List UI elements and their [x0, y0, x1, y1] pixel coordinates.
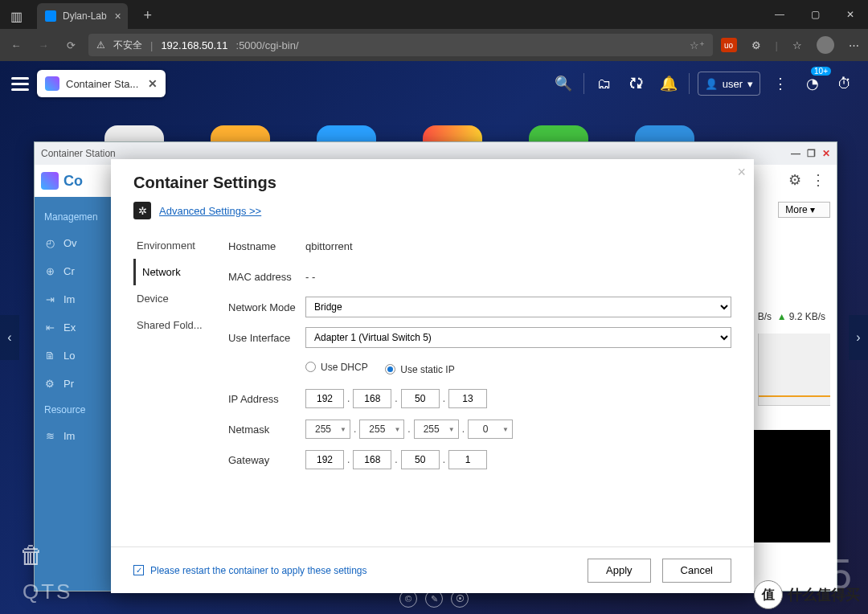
- ip-octet-2[interactable]: [353, 389, 391, 408]
- cs-minimize-button[interactable]: —: [791, 148, 800, 159]
- export-icon: ⇤: [43, 321, 57, 334]
- mask-octet-2[interactable]: 255: [359, 420, 404, 439]
- gateway-group: . . .: [305, 450, 731, 469]
- cs-close-button[interactable]: ✕: [822, 148, 830, 159]
- label-gateway: Gateway: [228, 454, 305, 466]
- taskbar-close-icon[interactable]: ✕: [148, 77, 158, 90]
- tab-shared-folders[interactable]: Shared Fold...: [133, 312, 217, 338]
- watermark-icon: 值: [754, 580, 783, 609]
- new-tab-button[interactable]: +: [137, 5, 158, 26]
- badge-count: 10+: [811, 67, 831, 76]
- browser-tab[interactable]: Dylan-Lab ×: [37, 3, 128, 29]
- import-icon: ⇥: [43, 293, 57, 305]
- select-interface[interactable]: Adapter 1 (Virtual Switch 5): [305, 327, 731, 348]
- browser-toolbar: ← → ⟳ ⚠ 不安全 | 192.168.50.11:5000/cgi-bin…: [0, 29, 868, 61]
- security-label: 不安全: [113, 39, 142, 52]
- url-host: 192.168.50.11: [161, 39, 227, 51]
- label-interface: Use Interface: [228, 332, 305, 344]
- more-menu-icon[interactable]: ⋮: [768, 72, 792, 96]
- tab-close-icon[interactable]: ×: [115, 10, 121, 23]
- select-network-mode[interactable]: Bridge: [305, 297, 731, 317]
- tab-device[interactable]: Device: [133, 285, 217, 312]
- apply-button[interactable]: Apply: [588, 559, 651, 583]
- watermark: 值 什么值得买: [754, 580, 860, 609]
- taskbar-label: Container Sta...: [66, 78, 138, 90]
- ip-address-group: . . .: [305, 389, 731, 408]
- tab-environment[interactable]: Environment: [133, 232, 217, 259]
- reader-icon[interactable]: ☆⁺: [690, 39, 705, 51]
- desktop-bottom-controls: © ✎ ⦿: [399, 590, 469, 608]
- address-bar[interactable]: ⚠ 不安全 | 192.168.50.11:5000/cgi-bin/ ☆⁺: [88, 34, 713, 56]
- gw-octet-3[interactable]: [401, 450, 440, 469]
- advanced-settings-link[interactable]: Advanced Settings >>: [159, 205, 261, 217]
- ip-octet-1[interactable]: [305, 389, 344, 408]
- dashboard-icon[interactable]: ◔10+: [800, 72, 825, 96]
- window-close-button[interactable]: ✕: [833, 0, 868, 29]
- backup-icon[interactable]: 🗘: [624, 72, 649, 96]
- desktop-prev-icon[interactable]: ‹: [0, 315, 19, 360]
- resource-monitor-icon[interactable]: ⏱: [833, 72, 857, 96]
- dialog-footer: ✓ Please restart the container to apply …: [111, 546, 754, 593]
- caret-down-icon: ▾: [747, 78, 753, 90]
- ip-octet-4[interactable]: [448, 389, 487, 408]
- cs-window-title: Container Station: [41, 148, 116, 159]
- document-icon: 🗎: [43, 350, 57, 362]
- radio-use-static[interactable]: Use static IP: [385, 364, 454, 375]
- extensions-icon[interactable]: ⚙: [748, 39, 764, 51]
- restart-note-text: Please restart the container to apply th…: [150, 565, 367, 576]
- watermark-text: 什么值得买: [788, 585, 860, 604]
- window-minimize-button[interactable]: ―: [762, 0, 797, 29]
- ip-octet-3[interactable]: [401, 389, 440, 408]
- menu-icon[interactable]: ⋯: [845, 39, 862, 51]
- cs-maximize-button[interactable]: ❐: [807, 148, 816, 159]
- cs-more-dropdown[interactable]: More ▾: [778, 202, 830, 218]
- cancel-button[interactable]: Cancel: [662, 559, 731, 583]
- main-menu-button[interactable]: [11, 74, 29, 94]
- notifications-icon[interactable]: 🔔: [657, 72, 681, 96]
- gw-octet-2[interactable]: [353, 450, 391, 469]
- gw-octet-1[interactable]: [305, 450, 344, 469]
- user-menu[interactable]: 👤 user ▾: [698, 72, 760, 96]
- gear-icon: ✲: [133, 202, 151, 219]
- tab-overview-icon[interactable]: ▥: [5, 5, 27, 27]
- favorites-icon[interactable]: ☆: [789, 39, 805, 51]
- profile-avatar-icon[interactable]: [817, 36, 834, 54]
- cs-rate-chart: [758, 334, 830, 406]
- volume-icon[interactable]: 🗂: [592, 72, 616, 96]
- mask-octet-3[interactable]: 255: [414, 420, 459, 439]
- window-controls: ― ▢ ✕: [762, 0, 868, 29]
- tools-icon[interactable]: ✎: [425, 590, 443, 608]
- qts-desktop: Container Sta... ✕ 🔍 🗂 🗘 🔔 👤 user ▾ ⋮ ◔1…: [0, 61, 868, 614]
- tab-network[interactable]: Network: [133, 259, 217, 285]
- value-mac: - -: [305, 271, 731, 283]
- mask-octet-4[interactable]: 0: [468, 420, 513, 439]
- gw-octet-4[interactable]: [448, 450, 487, 469]
- nav-back-button[interactable]: ←: [6, 39, 26, 51]
- restart-checkbox[interactable]: ✓: [133, 565, 144, 575]
- mask-octet-1[interactable]: 255: [305, 420, 350, 439]
- window-maximize-button[interactable]: ▢: [797, 0, 833, 29]
- cs-settings-icon[interactable]: ⚙: [788, 171, 801, 189]
- nav-reload-button[interactable]: ⟳: [61, 39, 80, 51]
- trash-icon[interactable]: 🗑: [19, 542, 43, 569]
- qts-logo: QTS: [23, 579, 72, 604]
- sliders-icon: ⚙: [43, 378, 57, 390]
- copyright-icon[interactable]: ©: [399, 590, 417, 608]
- cs-kebab-icon[interactable]: ⋮: [811, 171, 825, 189]
- label-hostname: Hostname: [228, 240, 305, 252]
- label-ip: IP Address: [228, 393, 305, 405]
- search-icon[interactable]: 🔍: [551, 72, 575, 96]
- desktop-next-icon[interactable]: ›: [849, 315, 868, 360]
- ublock-icon[interactable]: uo: [721, 38, 737, 52]
- radio-use-dhcp[interactable]: Use DHCP: [305, 362, 368, 373]
- pager-icon[interactable]: ⦿: [451, 590, 469, 608]
- restart-note[interactable]: ✓ Please restart the container to apply …: [133, 565, 367, 576]
- label-network-mode: Network Mode: [228, 301, 305, 313]
- layers-icon: ≋: [43, 430, 57, 442]
- nav-forward-button: →: [34, 39, 53, 51]
- taskbar-app-container-station[interactable]: Container Sta... ✕: [37, 70, 166, 97]
- dialog-close-icon[interactable]: ×: [737, 164, 746, 181]
- dialog-container-settings: × Container Settings ✲ Advanced Settings…: [111, 159, 754, 593]
- label-mac: MAC address: [228, 271, 305, 283]
- label-netmask: Netmask: [228, 424, 305, 436]
